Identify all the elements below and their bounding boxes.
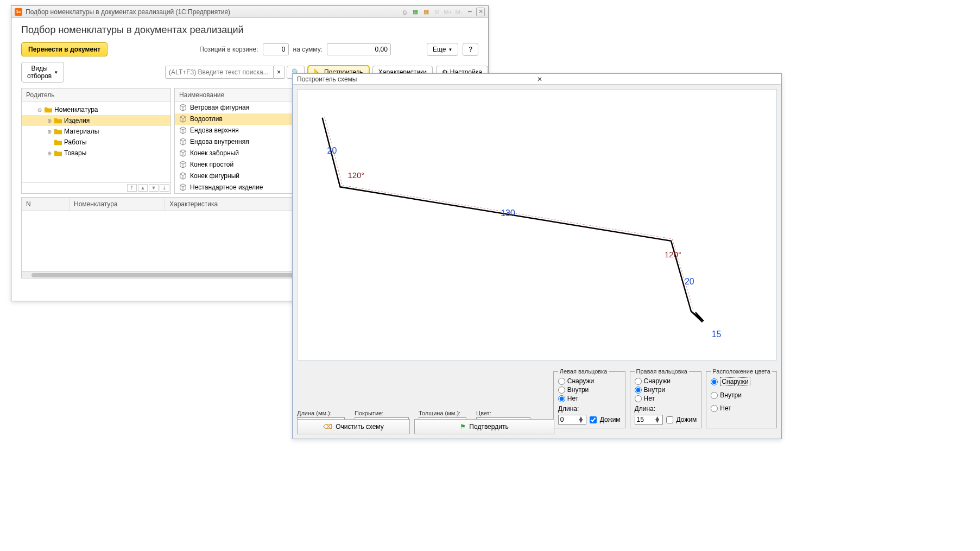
tree-down-button[interactable]: ▼ [149, 184, 159, 192]
folder-icon [54, 139, 62, 145]
color-outside-radio[interactable] [711, 378, 718, 385]
titlebar: 1c Подбор номенклатуры в документах реал… [11, 6, 488, 18]
scheme-title: Построитель схемы [297, 75, 535, 83]
left-roll-outside-radio[interactable] [558, 378, 565, 385]
expand-icon[interactable]: ⊕ [47, 129, 52, 135]
item-icon [179, 172, 187, 180]
profile-diagram: 20 130 20 15 120° 120° [298, 90, 776, 360]
expand-icon[interactable]: ⊕ [47, 150, 52, 156]
search-input[interactable] [165, 66, 274, 79]
folder-icon [54, 128, 62, 135]
left-roll-none-radio[interactable] [558, 395, 565, 402]
positions-label: Позиций в корзине: [199, 46, 258, 53]
left-roll-press-checkbox[interactable] [590, 416, 597, 423]
right-roll-length-spinner[interactable]: 15▲▼ [635, 415, 663, 425]
svg-text:120°: 120° [665, 250, 681, 259]
left-roll-length-label: Длина: [558, 405, 579, 413]
scheme-canvas[interactable]: 20 130 20 15 120° 120° [297, 89, 777, 360]
minimize-icon[interactable]: ━ [465, 8, 474, 16]
length-label: Длина (мм.): [297, 410, 345, 416]
collapse-icon[interactable]: ⊖ [37, 107, 42, 113]
tree-item[interactable]: ⊕ Товары [22, 148, 170, 159]
tree-item[interactable]: ⊕ Изделия [22, 115, 170, 126]
window-title: Подбор номенклатуры в документах реализа… [26, 8, 400, 16]
svg-text:120°: 120° [347, 170, 364, 180]
right-roll-press-checkbox[interactable] [666, 416, 673, 423]
right-roll-inside-radio[interactable] [635, 387, 642, 394]
left-roll-length-spinner[interactable]: 0▲▼ [558, 415, 586, 425]
flag-icon: ⚑ [460, 423, 466, 430]
letter-m-icon: M [433, 8, 441, 16]
transfer-button[interactable]: Перенести в документ [21, 42, 108, 56]
item-icon [179, 149, 187, 157]
tree-item[interactable]: ⊕ Материалы [22, 126, 170, 137]
right-roll-length-label: Длина: [635, 405, 655, 413]
coating-label: Покрытие: [355, 410, 409, 416]
folder-icon [54, 150, 62, 156]
scheme-close-button[interactable]: ✕ [535, 75, 777, 83]
grid-col-n[interactable]: N [22, 198, 69, 211]
svg-text:20: 20 [327, 146, 337, 155]
item-icon [179, 126, 187, 134]
color-none-radio[interactable] [711, 405, 718, 412]
tree-root-row[interactable]: ⊖ Номенклатура [22, 104, 170, 115]
color-position-fieldset: Расположение цвета Снаружи Внутри Нет [706, 368, 777, 428]
grid-icon[interactable]: ▦ [411, 8, 420, 16]
left-roll-fieldset: Левая вальцовка Снаружи Внутри Нет Длина… [553, 368, 625, 428]
item-icon [179, 115, 187, 123]
print-icon[interactable]: ⎙ [400, 8, 409, 16]
clear-scheme-button[interactable]: ⌫Очистить схему [297, 419, 410, 434]
tree-first-button[interactable]: ⤒ [127, 184, 137, 192]
right-roll-press-label: Дожим [676, 416, 697, 423]
calendar-icon[interactable]: ▦ [422, 8, 431, 16]
svg-text:130: 130 [501, 208, 515, 218]
right-roll-outside-radio[interactable] [635, 378, 642, 385]
right-roll-none-radio[interactable] [635, 395, 642, 402]
confirm-scheme-button[interactable]: ⚑Подтвердить [414, 419, 554, 434]
item-icon [179, 161, 187, 168]
color-inside-radio[interactable] [711, 392, 718, 399]
search-clear-button[interactable]: × [274, 66, 284, 79]
tree-last-button[interactable]: ⤓ [160, 184, 169, 192]
sum-value[interactable] [327, 43, 391, 55]
close-icon[interactable]: ✕ [476, 8, 485, 16]
left-roll-inside-radio[interactable] [558, 387, 565, 394]
color-label: Цвет: [476, 410, 530, 416]
tree-item[interactable]: ⊕ Работы [22, 137, 170, 148]
item-icon [179, 104, 187, 111]
tree: ⊖ Номенклатура ⊕ Изделия ⊕ Материалы [22, 102, 170, 182]
scheme-builder-window: Построитель схемы ✕ 20 130 20 15 120° 12… [292, 73, 782, 439]
eraser-icon: ⌫ [323, 423, 332, 430]
thickness-label: Толщина (мм.): [419, 410, 466, 416]
letter-m3-icon: M- [454, 8, 463, 16]
filters-button[interactable]: Виды отборов▼ [21, 62, 64, 83]
left-roll-press-label: Дожим [600, 416, 621, 423]
positions-value[interactable] [263, 43, 289, 55]
sum-label: на сумму: [293, 46, 323, 53]
list-header: Наименование [179, 91, 224, 99]
tree-footer: ⤒ ▲ ▼ ⤓ [22, 182, 170, 193]
item-icon [179, 183, 187, 191]
folder-icon [45, 106, 52, 113]
tree-up-button[interactable]: ▲ [138, 184, 148, 192]
more-button[interactable]: Еще▼ [427, 43, 458, 56]
tree-panel: Родитель ⊖ Номенклатура ⊕ Изделия ⊕ [21, 88, 171, 194]
grid-col-nomenclature[interactable]: Номенклатура [69, 198, 165, 211]
tree-header: Родитель [26, 91, 54, 99]
letter-m2-icon: M+ [444, 8, 452, 16]
app-logo-icon: 1c [15, 8, 22, 16]
expand-icon[interactable]: ⊕ [47, 118, 52, 124]
folder-icon [54, 117, 62, 124]
right-roll-fieldset: Правая вальцовка Снаружи Внутри Нет Длин… [630, 368, 702, 428]
svg-text:15: 15 [712, 330, 722, 339]
help-button[interactable]: ? [463, 43, 478, 56]
svg-text:20: 20 [685, 277, 694, 286]
page-title: Подбор номенклатуры в документах реализа… [21, 24, 478, 36]
item-icon [179, 138, 187, 145]
